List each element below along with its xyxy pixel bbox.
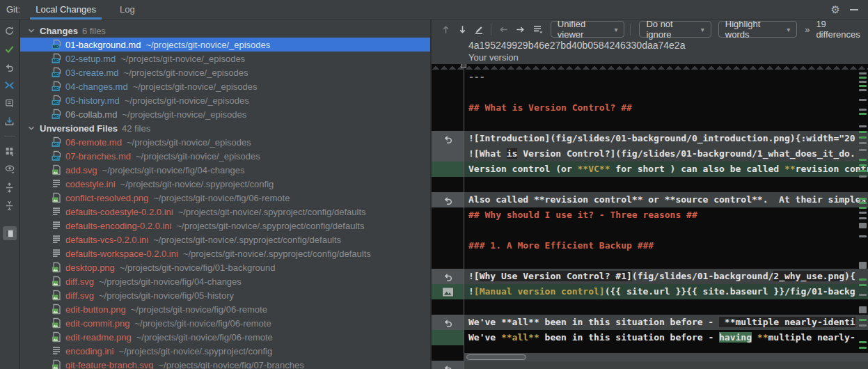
file-row-conflict-resolved.png[interactable]: conflict-resolved.png~/projects/git-novi…	[20, 191, 431, 205]
tree-section-unversioned-files[interactable]: Unversioned Files42 files	[20, 121, 431, 135]
jump-to-source-icon[interactable]	[472, 22, 486, 37]
diff-line: ### 1. A More Efficient Backup ###	[432, 238, 868, 253]
settings-gear-icon[interactable]: ⚙	[831, 4, 840, 15]
file-name: 04-changes.md	[65, 81, 128, 92]
preview-diff-panel-icon[interactable]	[3, 226, 17, 240]
next-difference-icon[interactable]	[455, 22, 469, 37]
next-change-icon[interactable]	[513, 22, 527, 37]
changed-files-list-icon[interactable]	[530, 22, 544, 37]
file-row-defaults-vcs-0.2.0.ini[interactable]: defaults-vcs-0.2.0.ini~/projects/git-nov…	[20, 233, 431, 246]
file-row-defaults-encoding-0.2.0.ini[interactable]: defaults-encoding-0.2.0.ini~/projects/gi…	[20, 219, 431, 233]
more-actions-chevron[interactable]: »	[805, 24, 810, 35]
file-row-edit-commit.png[interactable]: edit-commit.png~/projects/git-novice/fig…	[20, 316, 431, 330]
expand-all-icon[interactable]	[3, 180, 17, 194]
diff-panel: Unified viewer▾Do not ignore▾Highlight w…	[432, 19, 868, 369]
file-row-desktop.png[interactable]: desktop.png~/projects/git-novice/fig/01-…	[20, 260, 431, 274]
toolbar-separator	[491, 24, 491, 36]
revert-hunk-icon[interactable]	[432, 131, 464, 146]
gutter	[432, 330, 464, 345]
tab-local-changes[interactable]: Local Changes	[27, 0, 104, 19]
dropdown-value: Highlight words	[725, 19, 781, 40]
annotate-comment-icon[interactable]	[3, 96, 17, 110]
diff-line: ## Why should I use it? - Three reasons …	[432, 207, 868, 223]
revert-hunk-icon[interactable]	[432, 192, 464, 207]
viewer-mode-dropdown[interactable]: Unified viewer▾	[551, 21, 625, 38]
file-row-05-history.md[interactable]: MD05-history.md~/projects/git-novice/_ep…	[20, 93, 431, 107]
file-row-07-branches.md[interactable]: MD07-branches.md~/projects/git-novice/_e…	[20, 149, 431, 163]
revert-hunk-icon[interactable]	[432, 269, 464, 284]
revert-hunk-icon[interactable]	[432, 361, 464, 369]
revert-hunk-icon[interactable]	[432, 315, 464, 330]
file-name: 06-collab.md	[65, 109, 117, 120]
tree-section-changes[interactable]: Changes6 files	[20, 24, 431, 38]
file-row-add.svg[interactable]: add.svg~/projects/git-novice/fig/04-chan…	[20, 163, 431, 177]
file-name: diff.svg	[65, 276, 94, 287]
collapse-all-icon[interactable]	[3, 198, 17, 212]
file-row-01-background.md[interactable]: MD01-background.md~/projects/git-novice/…	[20, 38, 431, 52]
file-row-edit-readme.png[interactable]: edit-readme.png~/projects/git-novice/fig…	[20, 330, 431, 344]
file-row-diff.svg[interactable]: diff.svg~/projects/git-novice/fig/05-his…	[20, 288, 431, 302]
image-file-icon	[51, 290, 62, 301]
version-label: Your version	[468, 52, 868, 63]
diff-line-text	[464, 299, 868, 315]
image-preview-icon[interactable]	[432, 284, 464, 299]
chevron-down-icon[interactable]	[26, 123, 37, 133]
previous-difference-icon[interactable]	[439, 22, 452, 37]
markdown-file-icon: MD	[51, 95, 62, 106]
stripe-mark	[859, 217, 867, 219]
file-name: edit-readme.png	[65, 332, 132, 343]
diff-line: ---	[432, 70, 868, 85]
horizontal-scrollbar-thumb[interactable]	[466, 354, 526, 360]
dropdown-value: Unified viewer	[558, 19, 609, 40]
gutter	[432, 299, 464, 315]
file-row-defaults-workspace-0.2.0.ini[interactable]: defaults-workspace-0.2.0.ini~/projects/g…	[20, 246, 431, 260]
file-path: ~/projects/git-novice/.spyproject/config	[118, 346, 272, 356]
chevron-down-icon[interactable]	[26, 26, 37, 36]
diff-editor[interactable]: ---## What is Version Control? ##![Intro…	[432, 64, 868, 369]
highlight-mode-dropdown[interactable]: Highlight words▾	[718, 21, 797, 38]
horizontal-scrollbar[interactable]	[464, 353, 868, 361]
file-row-03-create.md[interactable]: MD03-create.md~/projects/git-novice/_epi…	[20, 65, 431, 79]
group-by-icon[interactable]	[3, 144, 17, 158]
commit-check-icon[interactable]	[3, 42, 17, 56]
diff-line: ![What is Version Control?](fig/slides/0…	[432, 146, 868, 162]
file-row-04-changes.md[interactable]: MD04-changes.md~/projects/git-novice/_ep…	[20, 79, 431, 93]
differences-count: 19 differences	[816, 19, 868, 40]
rollback-icon[interactable]	[3, 60, 17, 74]
ignore-whitespace-dropdown[interactable]: Do not ignore▾	[639, 21, 711, 38]
image-file-icon	[51, 331, 62, 343]
file-name: defaults-vcs-0.2.0.ini	[65, 235, 148, 245]
file-row-02-setup.md[interactable]: MD02-setup.md~/projects/git-novice/_epis…	[20, 52, 431, 65]
hide-toolwindow-icon[interactable]	[850, 9, 858, 10]
markdown-file-icon: MD	[51, 67, 62, 78]
file-row-edit-button.png[interactable]: edit-button.png~/projects/git-novice/fig…	[20, 302, 431, 316]
preview-eye-icon[interactable]	[3, 162, 17, 176]
file-row-06-collab.md[interactable]: MD06-collab.md~/projects/git-novice/_epi…	[20, 107, 431, 121]
stripe-mark	[859, 262, 867, 269]
file-row-codestyle.ini[interactable]: codestyle.ini~/projects/git-novice/.spyp…	[20, 177, 431, 191]
file-path: ~/projects/git-novice/fig/04-changes	[99, 276, 242, 287]
unshelve-download-icon[interactable]	[3, 114, 17, 128]
gutter	[432, 70, 464, 85]
file-path: ~/projects/git-novice/_episodes	[124, 68, 248, 78]
fold-marker[interactable]	[461, 64, 466, 68]
file-row-diff.svg[interactable]: diff.svg~/projects/git-novice/fig/04-cha…	[20, 274, 431, 288]
stripe-mark	[859, 284, 867, 286]
file-name: defaults-codestyle-0.2.0.ini	[65, 207, 173, 217]
gutter	[432, 223, 464, 238]
diff-line	[432, 299, 868, 315]
error-stripe-scrollbar[interactable]	[858, 64, 868, 369]
stripe-mark	[859, 212, 867, 214]
file-row-git-feature-branch.svg[interactable]: git-feature-branch.svg~/projects/git-nov…	[20, 358, 431, 369]
file-row-encoding.ini[interactable]: encoding.ini~/projects/git-novice/.spypr…	[20, 344, 431, 358]
diff-line-text: ## What is Version Control? ##	[464, 100, 868, 116]
stripe-mark	[859, 347, 867, 349]
shelve-arrows-icon[interactable]	[3, 78, 17, 92]
previous-change-icon[interactable]	[496, 22, 510, 37]
file-row-defaults-codestyle-0.2.0.ini[interactable]: defaults-codestyle-0.2.0.ini~/projects/g…	[20, 205, 431, 219]
file-row-06-remote.md[interactable]: MD06-remote.md~/projects/git-novice/_epi…	[20, 135, 431, 149]
file-name: 01-background.md	[65, 40, 141, 50]
refresh-icon[interactable]	[3, 24, 17, 38]
gutter	[432, 100, 464, 116]
tab-log[interactable]: Log	[111, 0, 143, 19]
